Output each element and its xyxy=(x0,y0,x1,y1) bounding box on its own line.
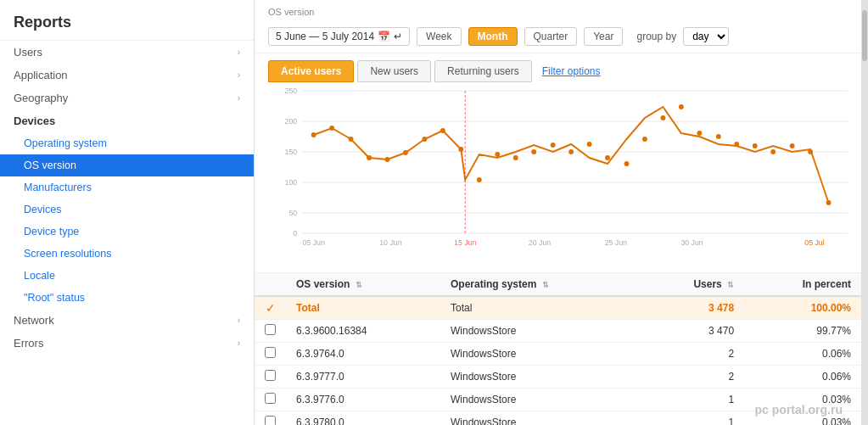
os-version-cell: 6.3.9764.0 xyxy=(286,343,440,366)
sidebar-item-geography[interactable]: Geography› xyxy=(0,87,254,109)
checkbox-cell[interactable] xyxy=(255,411,286,426)
sidebar-item-locale[interactable]: Locale xyxy=(0,265,254,287)
in-percent-cell: 0.03% xyxy=(744,411,861,426)
checkbox-cell[interactable] xyxy=(255,320,286,343)
svg-point-37 xyxy=(624,161,630,166)
svg-point-38 xyxy=(642,137,647,142)
svg-text:25 Jun: 25 Jun xyxy=(605,238,627,247)
in-percent-cell: 0.06% xyxy=(744,343,861,366)
checkbox-cell[interactable]: ✓ xyxy=(255,296,286,320)
svg-point-24 xyxy=(385,157,390,162)
sort-icon-users: ⇅ xyxy=(727,281,734,289)
row-checkbox[interactable] xyxy=(265,370,276,381)
os-version-cell: 6.3.9776.0 xyxy=(286,389,440,411)
svg-text:0: 0 xyxy=(293,229,297,238)
svg-point-39 xyxy=(660,115,665,120)
svg-text:30 Jun: 30 Jun xyxy=(680,238,703,247)
operating-system-cell: WindowsStore xyxy=(440,366,641,389)
row-checkbox[interactable] xyxy=(265,347,276,358)
sidebar-item-application[interactable]: Application› xyxy=(0,64,254,87)
svg-point-21 xyxy=(329,126,334,131)
quarter-button[interactable]: Quarter xyxy=(524,27,578,46)
os-version-cell: 6.3.9777.0 xyxy=(286,366,440,389)
row-checkbox[interactable] xyxy=(265,416,276,425)
date-range-picker[interactable]: 5 June — 5 July 2014 📅 ↵ xyxy=(268,27,410,46)
svg-point-47 xyxy=(808,149,813,154)
operating-system-cell: Total xyxy=(440,296,641,320)
sidebar: Reports Users›Application›Geography›Devi… xyxy=(0,0,255,425)
in-percent-cell: 100.00% xyxy=(744,296,861,320)
sidebar-item-screen-resolutions[interactable]: Screen resolutions xyxy=(0,243,254,265)
col-header-operating-system[interactable]: Operating system ⇅ xyxy=(440,273,641,296)
svg-point-25 xyxy=(403,150,408,155)
scrollbar-thumb xyxy=(862,10,867,61)
users-cell: 1 xyxy=(641,389,744,411)
sidebar-item-devices[interactable]: Devices xyxy=(0,199,254,221)
row-checkbox[interactable] xyxy=(265,393,276,404)
tab-active-users[interactable]: Active users xyxy=(268,60,354,82)
year-button[interactable]: Year xyxy=(584,27,623,46)
svg-point-22 xyxy=(349,137,354,142)
sidebar-title: Reports xyxy=(0,7,254,41)
sidebar-item-users[interactable]: Users› xyxy=(0,41,254,64)
sidebar-item-operating-system[interactable]: Operating system xyxy=(0,132,254,154)
sidebar-item--root--status[interactable]: "Root" status xyxy=(0,287,254,309)
svg-point-44 xyxy=(753,143,758,148)
sidebar-item-os-version[interactable]: OS version xyxy=(0,154,254,176)
os-version-cell: 6.3.9780.0 xyxy=(286,411,440,426)
main-content: OS version 5 June — 5 July 2014 📅 ↵ Week… xyxy=(255,0,861,425)
checkbox-cell[interactable] xyxy=(255,389,286,411)
svg-point-29 xyxy=(477,177,482,182)
operating-system-cell: WindowsStore xyxy=(440,411,641,426)
table-row: 6.3.9764.0WindowsStore20.06% xyxy=(255,343,861,366)
chevron-icon: › xyxy=(238,316,240,325)
filter-options-button[interactable]: Filter options xyxy=(535,61,608,81)
svg-point-26 xyxy=(422,137,427,142)
table-row: 6.3.9780.0WindowsStore10.03% xyxy=(255,411,861,426)
users-cell: 2 xyxy=(641,366,744,389)
svg-point-43 xyxy=(734,142,739,147)
svg-point-31 xyxy=(513,155,518,160)
svg-text:50: 50 xyxy=(288,209,297,217)
svg-point-33 xyxy=(551,143,556,148)
svg-point-34 xyxy=(568,149,574,154)
svg-point-20 xyxy=(311,132,316,137)
col-header-os-version[interactable]: OS version ⇅ xyxy=(286,273,440,296)
svg-point-48 xyxy=(826,200,832,205)
svg-text:250: 250 xyxy=(285,87,298,95)
svg-text:10 Jun: 10 Jun xyxy=(379,238,401,247)
group-by-select[interactable]: day xyxy=(683,27,729,46)
tab-returning-users[interactable]: Returning users xyxy=(434,60,532,82)
operating-system-cell: WindowsStore xyxy=(440,343,641,366)
sidebar-item-device-type[interactable]: Device type xyxy=(0,221,254,243)
chart-area: 250 200 150 100 50 0 05 Jun 10 Jun 15 Ju… xyxy=(255,82,861,272)
sidebar-item-manufacturers[interactable]: Manufacturers xyxy=(0,176,254,199)
svg-text:15 Jun: 15 Jun xyxy=(454,238,476,247)
in-percent-cell: 99.77% xyxy=(744,320,861,343)
row-checkbox[interactable] xyxy=(265,324,276,335)
arrow-icon: ↵ xyxy=(394,31,402,42)
svg-text:05 Jun: 05 Jun xyxy=(303,238,325,247)
header-bar: 5 June — 5 July 2014 📅 ↵ Week Month Quar… xyxy=(255,19,861,53)
sidebar-item-errors[interactable]: Errors› xyxy=(0,332,254,355)
operating-system-cell: WindowsStore xyxy=(440,320,641,343)
right-scrollbar[interactable] xyxy=(861,0,868,425)
col-header-in-percent: In percent xyxy=(744,273,861,296)
sidebar-item-network[interactable]: Network› xyxy=(0,309,254,332)
month-button[interactable]: Month xyxy=(468,27,518,46)
svg-text:05 Jul: 05 Jul xyxy=(804,238,824,247)
tab-new-users[interactable]: New users xyxy=(357,60,431,82)
col-header-users[interactable]: Users ⇅ xyxy=(641,273,744,296)
svg-point-27 xyxy=(440,128,445,133)
checkbox-cell[interactable] xyxy=(255,366,286,389)
svg-point-40 xyxy=(679,104,684,109)
page-subtitle: OS version xyxy=(255,0,861,17)
sidebar-item-devices: Devices xyxy=(0,109,254,132)
checkbox-cell[interactable] xyxy=(255,343,286,366)
in-percent-cell: 0.06% xyxy=(744,366,861,389)
svg-text:150: 150 xyxy=(285,148,298,156)
week-button[interactable]: Week xyxy=(417,27,461,46)
chevron-icon: › xyxy=(238,70,240,80)
chevron-icon: › xyxy=(238,48,240,57)
svg-text:20 Jun: 20 Jun xyxy=(529,238,551,247)
